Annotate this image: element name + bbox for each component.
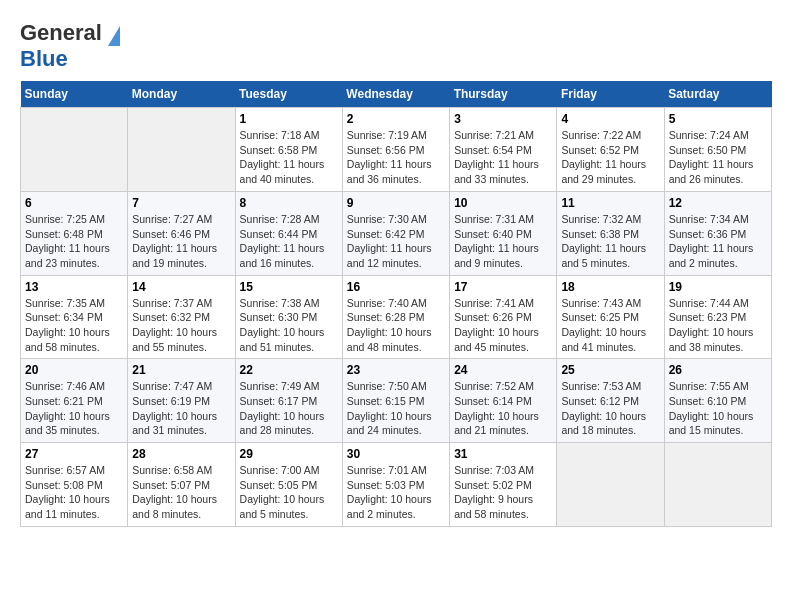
day-number: 14 — [132, 280, 230, 294]
day-detail: Sunrise: 7:37 AM Sunset: 6:32 PM Dayligh… — [132, 296, 230, 355]
calendar-week-row: 27Sunrise: 6:57 AM Sunset: 5:08 PM Dayli… — [21, 443, 772, 527]
calendar-day-cell: 5Sunrise: 7:24 AM Sunset: 6:50 PM Daylig… — [664, 108, 771, 192]
calendar-day-cell: 11Sunrise: 7:32 AM Sunset: 6:38 PM Dayli… — [557, 191, 664, 275]
calendar-day-cell: 19Sunrise: 7:44 AM Sunset: 6:23 PM Dayli… — [664, 275, 771, 359]
calendar-table: SundayMondayTuesdayWednesdayThursdayFrid… — [20, 81, 772, 527]
day-number: 31 — [454, 447, 552, 461]
day-detail: Sunrise: 7:46 AM Sunset: 6:21 PM Dayligh… — [25, 379, 123, 438]
calendar-day-cell: 9Sunrise: 7:30 AM Sunset: 6:42 PM Daylig… — [342, 191, 449, 275]
day-detail: Sunrise: 7:30 AM Sunset: 6:42 PM Dayligh… — [347, 212, 445, 271]
calendar-week-row: 20Sunrise: 7:46 AM Sunset: 6:21 PM Dayli… — [21, 359, 772, 443]
day-number: 27 — [25, 447, 123, 461]
day-detail: Sunrise: 7:28 AM Sunset: 6:44 PM Dayligh… — [240, 212, 338, 271]
calendar-day-cell: 23Sunrise: 7:50 AM Sunset: 6:15 PM Dayli… — [342, 359, 449, 443]
day-number: 17 — [454, 280, 552, 294]
calendar-day-cell: 29Sunrise: 7:00 AM Sunset: 5:05 PM Dayli… — [235, 443, 342, 527]
day-detail: Sunrise: 7:47 AM Sunset: 6:19 PM Dayligh… — [132, 379, 230, 438]
day-detail: Sunrise: 7:52 AM Sunset: 6:14 PM Dayligh… — [454, 379, 552, 438]
calendar-day-cell: 15Sunrise: 7:38 AM Sunset: 6:30 PM Dayli… — [235, 275, 342, 359]
weekday-header-cell: Sunday — [21, 81, 128, 108]
calendar-day-cell: 1Sunrise: 7:18 AM Sunset: 6:58 PM Daylig… — [235, 108, 342, 192]
day-number: 18 — [561, 280, 659, 294]
day-detail: Sunrise: 7:35 AM Sunset: 6:34 PM Dayligh… — [25, 296, 123, 355]
day-number: 4 — [561, 112, 659, 126]
day-number: 19 — [669, 280, 767, 294]
day-number: 24 — [454, 363, 552, 377]
day-detail: Sunrise: 7:41 AM Sunset: 6:26 PM Dayligh… — [454, 296, 552, 355]
day-detail: Sunrise: 7:38 AM Sunset: 6:30 PM Dayligh… — [240, 296, 338, 355]
calendar-day-cell — [664, 443, 771, 527]
day-detail: Sunrise: 7:00 AM Sunset: 5:05 PM Dayligh… — [240, 463, 338, 522]
calendar-day-cell: 27Sunrise: 6:57 AM Sunset: 5:08 PM Dayli… — [21, 443, 128, 527]
calendar-day-cell: 21Sunrise: 7:47 AM Sunset: 6:19 PM Dayli… — [128, 359, 235, 443]
calendar-day-cell: 24Sunrise: 7:52 AM Sunset: 6:14 PM Dayli… — [450, 359, 557, 443]
day-detail: Sunrise: 7:50 AM Sunset: 6:15 PM Dayligh… — [347, 379, 445, 438]
calendar-day-cell: 20Sunrise: 7:46 AM Sunset: 6:21 PM Dayli… — [21, 359, 128, 443]
calendar-week-row: 13Sunrise: 7:35 AM Sunset: 6:34 PM Dayli… — [21, 275, 772, 359]
day-number: 11 — [561, 196, 659, 210]
day-number: 5 — [669, 112, 767, 126]
day-number: 6 — [25, 196, 123, 210]
day-number: 13 — [25, 280, 123, 294]
calendar-day-cell: 31Sunrise: 7:03 AM Sunset: 5:02 PM Dayli… — [450, 443, 557, 527]
weekday-header-cell: Monday — [128, 81, 235, 108]
page-header: General Blue — [20, 20, 772, 71]
day-number: 10 — [454, 196, 552, 210]
day-detail: Sunrise: 7:31 AM Sunset: 6:40 PM Dayligh… — [454, 212, 552, 271]
calendar-day-cell — [21, 108, 128, 192]
day-detail: Sunrise: 7:25 AM Sunset: 6:48 PM Dayligh… — [25, 212, 123, 271]
logo-triangle-icon — [108, 26, 120, 46]
day-detail: Sunrise: 7:55 AM Sunset: 6:10 PM Dayligh… — [669, 379, 767, 438]
calendar-day-cell: 22Sunrise: 7:49 AM Sunset: 6:17 PM Dayli… — [235, 359, 342, 443]
calendar-week-row: 6Sunrise: 7:25 AM Sunset: 6:48 PM Daylig… — [21, 191, 772, 275]
day-detail: Sunrise: 7:18 AM Sunset: 6:58 PM Dayligh… — [240, 128, 338, 187]
day-number: 30 — [347, 447, 445, 461]
day-detail: Sunrise: 7:22 AM Sunset: 6:52 PM Dayligh… — [561, 128, 659, 187]
calendar-body: 1Sunrise: 7:18 AM Sunset: 6:58 PM Daylig… — [21, 108, 772, 527]
day-number: 16 — [347, 280, 445, 294]
calendar-day-cell: 10Sunrise: 7:31 AM Sunset: 6:40 PM Dayli… — [450, 191, 557, 275]
calendar-day-cell: 2Sunrise: 7:19 AM Sunset: 6:56 PM Daylig… — [342, 108, 449, 192]
day-number: 20 — [25, 363, 123, 377]
logo: General Blue — [20, 20, 120, 71]
day-detail: Sunrise: 7:49 AM Sunset: 6:17 PM Dayligh… — [240, 379, 338, 438]
day-number: 28 — [132, 447, 230, 461]
calendar-week-row: 1Sunrise: 7:18 AM Sunset: 6:58 PM Daylig… — [21, 108, 772, 192]
calendar-day-cell: 28Sunrise: 6:58 AM Sunset: 5:07 PM Dayli… — [128, 443, 235, 527]
day-number: 3 — [454, 112, 552, 126]
weekday-header-cell: Wednesday — [342, 81, 449, 108]
calendar-day-cell: 25Sunrise: 7:53 AM Sunset: 6:12 PM Dayli… — [557, 359, 664, 443]
calendar-day-cell: 4Sunrise: 7:22 AM Sunset: 6:52 PM Daylig… — [557, 108, 664, 192]
day-number: 21 — [132, 363, 230, 377]
weekday-header-cell: Thursday — [450, 81, 557, 108]
logo-text-line2: Blue — [20, 46, 68, 71]
weekday-header-cell: Saturday — [664, 81, 771, 108]
day-detail: Sunrise: 7:19 AM Sunset: 6:56 PM Dayligh… — [347, 128, 445, 187]
calendar-day-cell: 30Sunrise: 7:01 AM Sunset: 5:03 PM Dayli… — [342, 443, 449, 527]
weekday-header-row: SundayMondayTuesdayWednesdayThursdayFrid… — [21, 81, 772, 108]
calendar-day-cell: 7Sunrise: 7:27 AM Sunset: 6:46 PM Daylig… — [128, 191, 235, 275]
calendar-day-cell: 3Sunrise: 7:21 AM Sunset: 6:54 PM Daylig… — [450, 108, 557, 192]
calendar-day-cell: 8Sunrise: 7:28 AM Sunset: 6:44 PM Daylig… — [235, 191, 342, 275]
day-number: 7 — [132, 196, 230, 210]
calendar-day-cell — [557, 443, 664, 527]
day-number: 23 — [347, 363, 445, 377]
calendar-day-cell: 13Sunrise: 7:35 AM Sunset: 6:34 PM Dayli… — [21, 275, 128, 359]
weekday-header-cell: Tuesday — [235, 81, 342, 108]
day-detail: Sunrise: 7:53 AM Sunset: 6:12 PM Dayligh… — [561, 379, 659, 438]
day-detail: Sunrise: 7:01 AM Sunset: 5:03 PM Dayligh… — [347, 463, 445, 522]
day-number: 9 — [347, 196, 445, 210]
day-number: 8 — [240, 196, 338, 210]
day-number: 26 — [669, 363, 767, 377]
day-number: 29 — [240, 447, 338, 461]
day-detail: Sunrise: 7:43 AM Sunset: 6:25 PM Dayligh… — [561, 296, 659, 355]
day-number: 22 — [240, 363, 338, 377]
day-detail: Sunrise: 7:24 AM Sunset: 6:50 PM Dayligh… — [669, 128, 767, 187]
weekday-header-cell: Friday — [557, 81, 664, 108]
day-detail: Sunrise: 7:40 AM Sunset: 6:28 PM Dayligh… — [347, 296, 445, 355]
calendar-day-cell: 6Sunrise: 7:25 AM Sunset: 6:48 PM Daylig… — [21, 191, 128, 275]
day-number: 2 — [347, 112, 445, 126]
day-number: 12 — [669, 196, 767, 210]
calendar-day-cell: 17Sunrise: 7:41 AM Sunset: 6:26 PM Dayli… — [450, 275, 557, 359]
day-detail: Sunrise: 7:34 AM Sunset: 6:36 PM Dayligh… — [669, 212, 767, 271]
